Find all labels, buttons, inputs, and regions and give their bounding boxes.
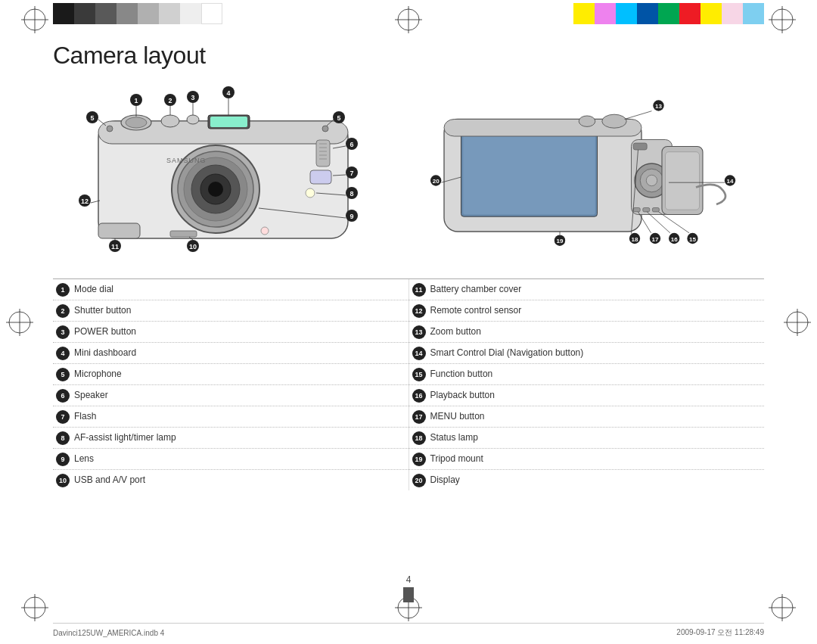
svg-point-33 bbox=[322, 126, 328, 132]
list-item: 4 Mini dashboard bbox=[53, 343, 408, 364]
label-number: 15 bbox=[412, 368, 426, 381]
list-item: 1 Mode dial bbox=[53, 279, 408, 300]
label-text: Mode dial bbox=[74, 282, 113, 296]
label-number: 20 bbox=[412, 474, 426, 487]
label-number: 1 bbox=[56, 283, 70, 297]
label-number: 14 bbox=[412, 347, 426, 360]
svg-text:7: 7 bbox=[349, 170, 353, 177]
label-number: 12 bbox=[412, 304, 426, 318]
color-swatch bbox=[658, 3, 679, 24]
svg-text:4: 4 bbox=[226, 89, 230, 97]
page-title: Camera layout bbox=[53, 42, 764, 70]
label-number: 16 bbox=[412, 389, 426, 403]
svg-point-96 bbox=[579, 116, 595, 126]
color-swatch bbox=[573, 3, 595, 24]
svg-text:3: 3 bbox=[191, 94, 194, 101]
label-number: 11 bbox=[412, 283, 426, 297]
list-item: 12 Remote control sensor bbox=[409, 300, 765, 322]
label-number: 8 bbox=[56, 431, 70, 445]
color-swatch bbox=[701, 3, 722, 24]
list-item: 8 AF-assist light/timer lamp bbox=[53, 428, 408, 449]
camera-back-diagram: 13 14 15 16 17 18 bbox=[424, 83, 764, 265]
svg-rect-104 bbox=[652, 208, 659, 212]
svg-line-118 bbox=[647, 212, 670, 233]
svg-rect-31 bbox=[210, 117, 247, 127]
svg-line-115 bbox=[659, 212, 690, 233]
label-text: Function button bbox=[430, 367, 493, 381]
list-item: 7 Flash bbox=[53, 406, 408, 428]
label-text: Tripod mount bbox=[430, 452, 483, 465]
label-text: Lens bbox=[74, 452, 94, 465]
svg-point-29 bbox=[187, 115, 199, 124]
svg-point-100 bbox=[646, 175, 657, 185]
svg-point-95 bbox=[602, 114, 626, 128]
color-swatch bbox=[743, 3, 764, 24]
svg-text:10: 10 bbox=[189, 243, 197, 250]
list-item: 18 Status lamp bbox=[409, 428, 765, 449]
label-text: Battery chamber cover bbox=[430, 282, 522, 296]
reg-mark-left-center bbox=[6, 309, 33, 336]
list-item: 2 Shutter button bbox=[53, 300, 408, 322]
label-text: Mini dashboard bbox=[74, 346, 136, 359]
label-text: Status lamp bbox=[430, 431, 478, 444]
camera-front-diagram: SAMSUNG 1 2 3 bbox=[53, 83, 401, 265]
label-number: 18 bbox=[412, 431, 426, 445]
list-item: 13 Zoom button bbox=[409, 322, 765, 343]
reg-mark-bottom-left bbox=[21, 594, 48, 621]
list-item: 10 USB and A/V port bbox=[53, 470, 408, 490]
list-item: 11 Battery chamber cover bbox=[409, 279, 765, 300]
svg-text:13: 13 bbox=[655, 103, 662, 110]
label-number: 17 bbox=[412, 410, 426, 424]
svg-line-109 bbox=[625, 111, 652, 120]
label-text: Speaker bbox=[74, 388, 108, 402]
svg-text:20: 20 bbox=[433, 178, 440, 185]
label-number: 4 bbox=[56, 347, 70, 360]
svg-text:16: 16 bbox=[671, 236, 678, 243]
color-swatch bbox=[679, 3, 701, 24]
svg-point-28 bbox=[161, 115, 179, 127]
label-number: 2 bbox=[56, 304, 70, 318]
page-number-section: 4 bbox=[403, 574, 414, 602]
svg-rect-50 bbox=[170, 231, 197, 237]
color-swatch bbox=[201, 3, 222, 24]
reg-mark-top-left bbox=[21, 6, 48, 33]
svg-rect-103 bbox=[643, 208, 650, 212]
list-item: 3 POWER button bbox=[53, 322, 408, 343]
list-item: 19 Tripod mount bbox=[409, 449, 765, 470]
svg-point-32 bbox=[107, 126, 113, 132]
list-item: 6 Speaker bbox=[53, 385, 408, 406]
svg-text:5: 5 bbox=[337, 114, 340, 122]
label-text: MENU button bbox=[430, 409, 485, 423]
list-item: 17 MENU button bbox=[409, 406, 765, 428]
footer: Davinci125UW_AMERICA.indb 4 2009-09-17 오… bbox=[53, 623, 764, 638]
reg-mark-bottom-right bbox=[769, 594, 796, 621]
color-swatch bbox=[138, 3, 159, 24]
label-number: 5 bbox=[56, 368, 70, 381]
label-text: Smart Control Dial (Navigation button) bbox=[430, 346, 584, 359]
svg-text:5: 5 bbox=[90, 114, 94, 122]
diagrams-row: SAMSUNG 1 2 3 bbox=[53, 83, 764, 265]
color-swatch bbox=[95, 3, 116, 24]
color-swatch bbox=[53, 3, 74, 24]
label-text: USB and A/V port bbox=[74, 473, 145, 487]
labels-column-left: 1 Mode dial 2 Shutter button 3 POWER but… bbox=[53, 279, 409, 490]
label-text: Zoom button bbox=[430, 325, 481, 338]
svg-text:11: 11 bbox=[111, 243, 119, 250]
svg-text:9: 9 bbox=[349, 213, 353, 220]
color-swatch bbox=[74, 3, 95, 24]
svg-point-47 bbox=[208, 182, 223, 197]
svg-text:6: 6 bbox=[349, 141, 353, 148]
svg-rect-106 bbox=[666, 152, 700, 210]
labels-section: 1 Mode dial 2 Shutter button 3 POWER but… bbox=[53, 278, 764, 490]
list-item: 14 Smart Control Dial (Navigation button… bbox=[409, 343, 765, 364]
reg-mark-center-top bbox=[395, 6, 422, 33]
svg-text:14: 14 bbox=[727, 178, 734, 185]
label-text: Playback button bbox=[430, 388, 495, 402]
label-number: 3 bbox=[56, 325, 70, 339]
svg-text:1: 1 bbox=[134, 97, 138, 104]
camera-front-svg: SAMSUNG 1 2 3 bbox=[53, 83, 401, 257]
reg-mark-top-right bbox=[769, 6, 796, 33]
color-swatch bbox=[180, 3, 201, 24]
list-item: 5 Microphone bbox=[53, 364, 408, 385]
svg-rect-49 bbox=[98, 223, 140, 238]
